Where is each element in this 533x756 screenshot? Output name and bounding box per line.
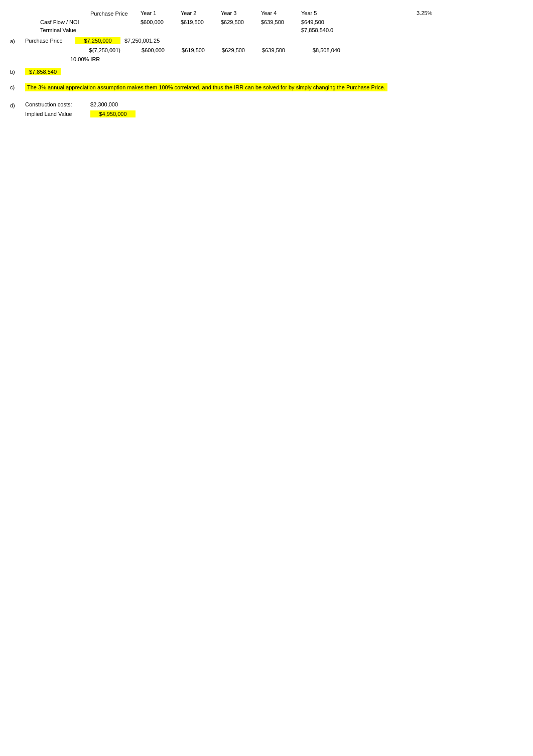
section-a-letter: a) [10,37,25,44]
cashflow-y5: $649,500 [301,19,356,25]
terminal-y5: $7,858,540.0 [301,27,356,33]
header-row: Purchase Price Year 1 Year 2 Year 3 Year… [90,10,523,17]
net-pp: $(7,250,001) [75,47,120,53]
cashflow-y2: $619,500 [181,19,221,25]
construction-value: $2,300,000 [90,101,136,107]
purchase-price-second: $7,250,001.25 [124,38,180,44]
irr-row: 10.00% IRR [70,56,523,62]
section-b-value: $7,858,540 [25,68,61,75]
col-year3-header: Year 3 [221,10,261,17]
col-year1-header: Year 1 [141,10,181,17]
irr-label: 10.00% IRR [70,56,100,62]
land-value-row: Implied Land Value $4,950,000 [25,110,136,117]
section-d-content: Construction costs: $2,300,000 Implied L… [25,101,136,117]
net-y1: $600,000 [124,47,165,53]
section-c: c) The 3% annual appreciation assumption… [10,83,523,91]
cashflow-y3: $629,500 [221,19,261,25]
col-year5-header: Year 5 [301,10,356,17]
col-empty-header [356,10,417,17]
col-rate-header: 3.25% [417,10,447,17]
section-a-content: Purchase Price $7,250,000 $7,250,001.25 … [25,37,523,62]
col-year2-header: Year 2 [181,10,221,17]
section-c-note: The 3% annual appreciation assumption ma… [25,83,387,91]
purchase-price-label: Purchase Price [25,38,75,44]
net-y5: $8,508,040 [285,47,340,53]
cashflow-label: Casf Flow / NOI [40,19,90,25]
terminal-row: Terminal Value $7,858,540.0 [40,27,523,33]
purchase-price-value: $7,250,000 [75,37,120,44]
net-y3: $629,500 [205,47,245,53]
net-row: $(7,250,001) $600,000 $619,500 $629,500 … [25,47,523,53]
section-a: a) Purchase Price $7,250,000 $7,250,001.… [10,37,523,62]
land-value: $4,950,000 [90,110,136,117]
section-c-letter: c) [10,83,25,90]
net-y4: $639,500 [245,47,285,53]
cashflow-y1: $600,000 [141,19,181,25]
section-d: d) Construction costs: $2,300,000 Implie… [10,101,523,117]
section-b: b) $7,858,540 [10,68,523,75]
net-y2: $619,500 [165,47,205,53]
section-b-letter: b) [10,69,25,75]
col-year4-header: Year 4 [261,10,301,17]
section-b-content: $7,858,540 [25,68,61,75]
land-label: Implied Land Value [25,111,90,117]
terminal-label: Terminal Value [40,27,90,33]
construction-row: Construction costs: $2,300,000 [25,101,136,107]
cashflow-row: Casf Flow / NOI $600,000 $619,500 $629,5… [40,19,523,25]
section-c-content: The 3% annual appreciation assumption ma… [25,83,387,91]
construction-label: Construction costs: [25,101,90,107]
cashflow-y4: $639,500 [261,19,301,25]
section-d-letter: d) [10,101,25,108]
col-purchase-price-header: Purchase Price [90,10,141,17]
page-container: Purchase Price Year 1 Year 2 Year 3 Year… [10,5,523,122]
purchase-price-row: Purchase Price $7,250,000 $7,250,001.25 [25,37,523,44]
